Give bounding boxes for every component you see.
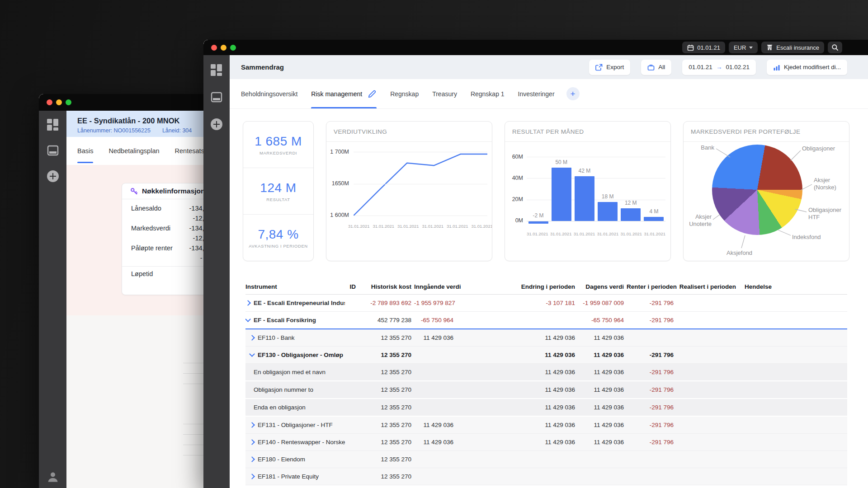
chevron-right-icon[interactable] [249,456,255,462]
tab-rentesats[interactable]: Rentesats [175,137,204,165]
bar-value-label: 50 M [548,159,575,165]
y-axis-tick: 1 700M [326,149,349,155]
pie-label-bank: Bank [684,144,714,151]
table-row[interactable]: Obligasjon nummer to12 355 27011 429 036… [245,381,847,399]
dashboard-icon[interactable] [47,119,59,131]
arrow-right-icon: → [716,64,722,70]
column-header[interactable]: Instrument [245,283,345,290]
chevron-right-icon[interactable] [245,300,251,306]
x-axis-tick: 31.01.2021 [447,224,468,229]
bar [528,221,548,224]
column-header[interactable]: Historisk kost [356,283,411,290]
tab-basis[interactable]: Basis [77,137,93,165]
add-tab-button[interactable]: + [566,87,580,100]
chevron-right-icon[interactable] [249,439,255,445]
column-header[interactable]: Renter i perioden [624,283,674,290]
table-row[interactable]: EE - Escali Investments AS452 779 238-65… [245,485,847,488]
date-button[interactable]: 01.01.21 [682,42,725,53]
table-cell: 12 355 270 [356,369,411,375]
search-button[interactable] [828,42,842,53]
zoom-button[interactable] [230,45,236,51]
gridline [354,216,487,216]
tab-investeringer[interactable]: Investeringer [518,79,555,108]
minimize-button[interactable] [56,99,62,105]
dashboard-icon[interactable] [211,64,222,76]
zoom-button[interactable] [66,99,71,105]
table-cell: -291 796 [624,317,674,324]
column-header[interactable]: Dagens verdi [575,283,624,290]
add-icon[interactable] [211,118,222,130]
kpi-resultat: 124 M RESULTAT [243,168,313,215]
table-cell: -1 955 979 827 [411,300,453,306]
table-row[interactable]: EF131 - Obligasjoner - HTF12 355 27011 4… [245,417,847,434]
table-cell: -2 789 893 692 [356,300,411,306]
summary-window-titlebar: 01.01.21 EUR Escali insurance [203,40,868,55]
tab-regnskap-1[interactable]: Regnskap 1 [471,79,505,108]
key-icon [130,188,138,195]
tab-regnskap[interactable]: Regnskap [390,79,419,108]
summary-window: 01.01.21 EUR Escali insurance [203,40,868,488]
tablet-icon[interactable] [47,145,59,156]
x-axis-tick: 31.01.2021 [373,224,394,229]
account-icon[interactable] [47,471,59,483]
table-row[interactable]: EF110 - Bank12 355 27011 429 03611 429 0… [245,329,847,347]
tab-risk-management[interactable]: Risk management [311,79,377,108]
add-icon[interactable] [47,170,59,182]
table-cell: -65 750 964 [575,317,624,324]
x-axis-tick: 31.01.2021 [621,231,642,236]
table-row[interactable]: EF130 - Obligasjoner - Omløp12 355 27011… [245,347,847,364]
column-header[interactable]: ID [345,283,356,290]
close-button[interactable] [211,45,217,51]
table-row[interactable]: EF - Escali Forsikring452 779 238-65 750… [245,312,847,329]
export-button[interactable]: Export [589,60,630,75]
date-range-button[interactable]: 01.01.21 → 01.02.21 [682,60,756,75]
tab-beholdningsoversikt[interactable]: Beholdningsoversikt [241,79,297,108]
tab-nedbetalingsplan[interactable]: Nedbetalingsplan [108,137,159,165]
table-cell: 11 429 036 [575,422,624,428]
column-header[interactable]: Inngående verdi [411,283,453,290]
bar-chart-icon [773,64,780,71]
edit-pencil-icon[interactable] [368,89,377,98]
instrument-name: EF110 - Bank [258,334,295,341]
column-header[interactable]: Endring i perioden [453,283,575,290]
currency-select[interactable]: EUR [729,42,758,53]
bar-plot: -2 M50 M42 M18 M12 M4 M [527,150,665,229]
chevron-right-icon[interactable] [249,422,255,428]
market-value-per-portfolio-chart: MARKEDSVERDI PER PORTEFØLJE [683,121,849,261]
tab-treasury[interactable]: Treasury [432,79,457,108]
chevron-right-icon[interactable] [249,335,255,341]
table-row[interactable]: Enda en obligasjon12 355 27011 429 03611… [245,399,847,417]
y-axis-tick: 0M [505,217,523,224]
company-button[interactable]: Escali insurance [761,42,824,53]
calendar-icon [687,44,694,51]
table-row[interactable]: EF140 - Renteswapper - Norske12 355 2701… [245,434,847,451]
pie-label-obligasjoner: Obligasjoner [802,145,847,152]
chevron-down-icon[interactable] [249,352,255,357]
page-title: Sammendrag [241,63,284,71]
table-cell: 11 429 036 [575,352,624,358]
return-method-button[interactable]: Kjedet modifisert di... [767,60,847,75]
ki-label: Løpetid [131,270,153,277]
building-icon [766,44,773,51]
tablet-icon[interactable] [211,91,222,103]
ki-label: Markedsverdi [131,225,170,232]
bar-value-label: 18 M [594,193,621,200]
column-header[interactable]: Realisert i perioden [674,283,736,290]
chevron-down-icon[interactable] [245,317,251,322]
close-button[interactable] [47,99,52,105]
table-cell: -3 107 181 [453,300,575,306]
x-axis-tick: 31.01.2021 [527,231,548,236]
table-row[interactable]: En obligasjon med et navn12 355 27011 42… [245,364,847,381]
summary-toolbar: Sammendrag Export All [230,55,868,79]
chevron-right-icon[interactable] [249,474,255,479]
column-header[interactable]: Hendelse [736,283,772,290]
minimize-button[interactable] [221,45,226,51]
instrument-cell: EF110 - Bank [245,334,345,341]
kpi-avkastning: 7,84 % AVKASTNING I PERIODEN [243,215,313,261]
table-row[interactable]: EE - Escali Entrepeneurial Industries AS… [245,295,847,312]
table-row[interactable]: EF181 - Private Equity12 355 270 [245,468,847,485]
line-plot [354,148,487,220]
table-row[interactable]: EF180 - Eiendom12 355 270 [245,451,847,468]
chart-title: RESULTAT PER MÅNED [505,122,670,142]
portfolio-filter-button[interactable]: All [641,60,671,75]
